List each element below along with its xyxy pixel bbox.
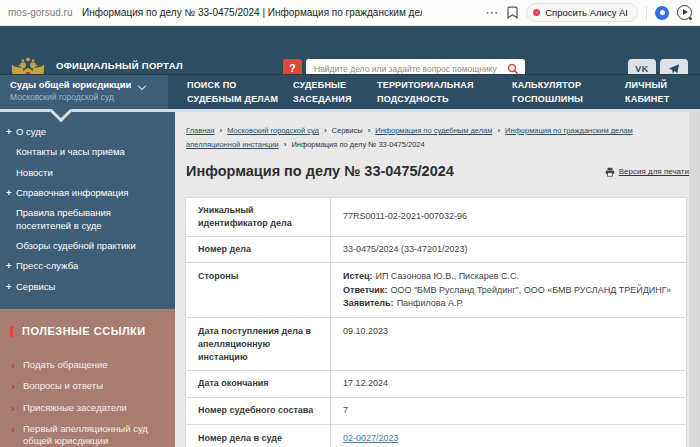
alice-assistant-button[interactable]: Спросить Алису AI [526, 3, 638, 22]
browser-tab-title[interactable]: Информация по делу № 33-0475/2024 | Инфо… [82, 7, 422, 18]
background-strip [689, 112, 700, 447]
row-value: 77RS0011-02-2021-007032-96 [331, 198, 686, 236]
party-role: Ответчик: [343, 285, 387, 295]
nav-item-hearings[interactable]: СУДЕБНЫЕ ЗАСЕДАНИЯ [293, 79, 352, 106]
page-title: Информация по делу № 33-0475/2024 [186, 163, 454, 179]
table-row-parties: Стороны Истец:ИП Сазонова Ю.В., Пискарев… [186, 263, 686, 318]
party-names: ИП Сазонова Ю.В., Пискарев С.С. [375, 271, 519, 281]
breadcrumb-services: Сервисы [332, 126, 363, 135]
browser-extension-icon[interactable] [655, 6, 669, 20]
nav-item-territorial-jurisdiction[interactable]: ТЕРРИТОРИАЛЬНАЯ ПОДСУДНОСТЬ [377, 79, 474, 106]
breadcrumb-separator: › [284, 140, 287, 149]
sidebar-item-reference-info[interactable]: + Справочная информация [0, 187, 175, 199]
expand-icon[interactable]: + [6, 260, 12, 272]
breadcrumb-separator: › [368, 126, 371, 135]
accent-bar [10, 326, 13, 337]
nav-item-fee-calculator[interactable]: КАЛЬКУЛЯТОР ГОСПОШЛИНЫ [512, 79, 583, 106]
party-names: Панфилова А.Р. [397, 298, 464, 308]
sidebar-item-practice-reviews[interactable]: Обзоры судебной практики [0, 240, 175, 252]
row-value: 17.12.2024 [331, 371, 686, 397]
row-label: Дата поступления дела в апелляционную ин… [186, 318, 331, 370]
party-names: ООО "БМВ Русланд Трейдинг", ООО «БМВ РУС… [390, 285, 671, 295]
row-value: Истец:ИП Сазонова Ю.В., Пискарев С.С. От… [331, 263, 686, 317]
useful-links-section: ПОЛЕЗНЫЕ ССЫЛКИ › Подать обращение › Воп… [0, 309, 175, 447]
expand-icon[interactable]: + [6, 281, 12, 293]
table-row-case-number: Номер дела 33-0475/2024 (33-47201/2023) [186, 237, 686, 264]
nav-item-case-search[interactable]: ПОИСК ПО СУДЕБНЫМ ДЕЛАМ [187, 79, 278, 106]
breadcrumb-separator: › [497, 126, 500, 135]
useful-link-first-appellate-court[interactable]: › Первый апелляционный суд общей юрисдик… [0, 423, 175, 447]
bookmark-icon[interactable] [507, 6, 518, 19]
sidebar-item-services[interactable]: + Сервисы [0, 281, 175, 293]
address-bar[interactable]: mos-gorsud.ru [8, 7, 82, 18]
row-label: Номер дела [186, 237, 331, 263]
alice-icon [533, 9, 540, 16]
search-icon[interactable] [507, 63, 519, 75]
divider [646, 6, 647, 20]
screen: mos-gorsud.ru Информация по делу № 33-04… [0, 0, 700, 447]
expand-icon[interactable]: + [6, 187, 12, 199]
arrow-right-icon: › [11, 422, 15, 436]
lower-court-case-link[interactable]: 02-0027/2023 [343, 432, 399, 446]
content: Главная›Московский городской суд›Сервисы… [175, 112, 700, 447]
print-version-link[interactable]: Версия для печати [619, 167, 689, 176]
row-label: Стороны [186, 263, 331, 317]
row-value: 33-0475/2024 (33-47201/2023) [331, 237, 686, 263]
case-details-table: Уникальный идентификатор дела 77RS0011-0… [185, 197, 687, 447]
expand-icon[interactable]: + [6, 126, 12, 138]
row-value: 09.10.2023 [331, 318, 686, 370]
browser-bar: mos-gorsud.ru Информация по делу № 33-04… [0, 0, 700, 26]
table-row-receipt-date: Дата поступления дела в апелляционную ин… [186, 318, 686, 371]
breadcrumb-home[interactable]: Главная [186, 126, 215, 135]
sidebar-item-news[interactable]: Новости [0, 167, 175, 179]
table-row-case-uid: Уникальный идентификатор дела 77RS0011-0… [186, 198, 686, 237]
sidebar-item-press-service[interactable]: + Пресс-служба [0, 260, 175, 272]
sidebar-item-about-court[interactable]: + О суде [0, 126, 175, 138]
breadcrumb-court[interactable]: Московский городской суд [227, 126, 319, 135]
more-icon[interactable]: ⋯ [485, 6, 499, 19]
site-header: ОФИЦИАЛЬНЫЙ ПОРТАЛ СУДОВ ОБЩЕЙ ЮРИСДИКЦИ… [0, 26, 700, 74]
party-role: Истец: [343, 271, 372, 281]
sidebar-item-visitor-rules[interactable]: Правила пребывания посетителей в суде [0, 207, 175, 232]
main-nav: Суды общей юрисдикции Московский городск… [0, 74, 700, 112]
row-label: Номер судебного состава [186, 398, 331, 424]
useful-link-faq[interactable]: › Вопросы и ответы [0, 380, 175, 392]
row-value: 02-0027/2023 [331, 425, 686, 447]
nav-item-personal-account[interactable]: ЛИЧНЫЙ КАБИНЕТ [625, 79, 669, 106]
row-label: Уникальный идентификатор дела [186, 198, 331, 236]
arrow-right-icon: › [11, 379, 15, 393]
sidebar-item-contacts[interactable]: Контакты и часы приёма [0, 146, 175, 158]
alice-label: Спросить Алису AI [545, 7, 628, 18]
arrow-right-icon: › [11, 358, 15, 372]
breadcrumb: Главная›Московский городской суд›Сервисы… [186, 124, 671, 153]
media-play-icon[interactable] [677, 5, 692, 20]
table-row-end-date: Дата окончания 17.12.2024 [186, 371, 686, 398]
print-version[interactable]: Версия для печати [605, 167, 689, 177]
party-role: Заявитель: [343, 298, 394, 308]
breadcrumb-separator: › [324, 126, 327, 135]
sidebar: + О суде Контакты и часы приёма Новости … [0, 112, 175, 447]
breadcrumb-separator: › [220, 126, 223, 135]
arrow-right-icon: › [11, 401, 15, 415]
row-label: Дата окончания [186, 371, 331, 397]
row-label: Номер дела в суде нижестоящей инстанции [186, 425, 331, 447]
court-name: Московский городской суд [10, 92, 168, 102]
table-row-lower-court-case: Номер дела в суде нижестоящей инстанции … [186, 425, 686, 447]
sidebar-menu: + О суде Контакты и часы приёма Новости … [0, 112, 175, 309]
breadcrumb-current: Информация по делу № 33-0475/2024 [291, 140, 424, 149]
table-row-panel-number: Номер судебного состава 7 [186, 398, 686, 425]
jurisdiction-selector[interactable]: Суды общей юрисдикции Московский городск… [0, 75, 168, 109]
row-value: 7 [331, 398, 686, 424]
useful-link-submit-appeal[interactable]: › Подать обращение [0, 359, 175, 371]
useful-link-jurors[interactable]: › Присяжные заседатели [0, 402, 175, 414]
useful-links-title: ПОЛЕЗНЫЕ ССЫЛКИ [22, 325, 146, 337]
vk-icon: VK [635, 64, 649, 74]
printer-icon [605, 167, 615, 177]
breadcrumb-case-info[interactable]: Информация по судебным делам [375, 126, 492, 135]
